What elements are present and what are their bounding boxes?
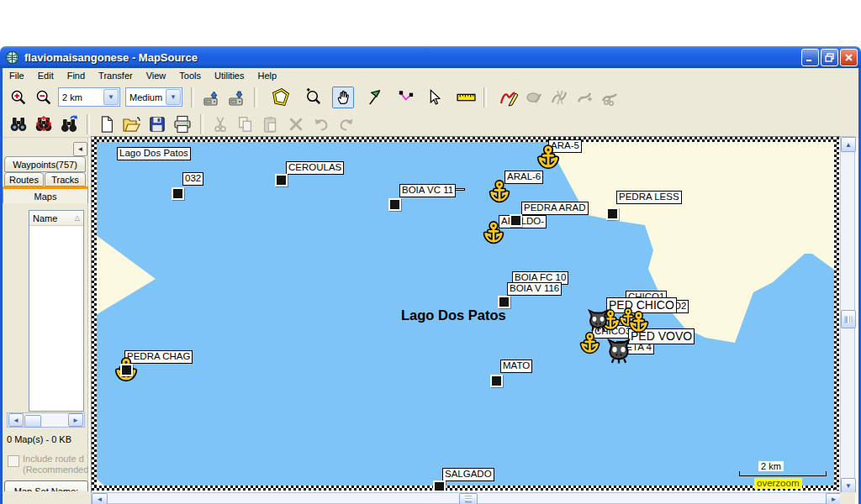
send-to-device-button[interactable] [200, 87, 222, 108]
restore-button[interactable] [821, 49, 838, 66]
cut-button[interactable] [209, 113, 231, 135]
scroll-right-icon[interactable]: ► [68, 413, 83, 427]
receive-from-device-button[interactable] [225, 87, 247, 108]
zoom-in-button[interactable] [8, 87, 29, 108]
draw-track-button[interactable] [498, 87, 520, 108]
dropdown-arrow-icon[interactable]: ▼ [166, 89, 181, 105]
close-button[interactable] [840, 49, 858, 66]
waypoint-marker-araldo[interactable] [510, 214, 522, 227]
waypoint-marker-pedra-chag[interactable] [120, 364, 133, 376]
track-tool-4-button[interactable] [573, 87, 595, 108]
waypoint-marker-pedra-less[interactable] [606, 207, 619, 220]
hscrollbar-thumb[interactable] [459, 493, 478, 504]
waypoint-marker-salgado[interactable] [433, 480, 446, 491]
list-header-name[interactable]: Name △ [29, 211, 83, 226]
zoom-scale-combo[interactable]: 2 km ▼ [58, 87, 120, 107]
waypoint-label-lago-dos-patos-box[interactable]: Lago Dos Patos [117, 147, 191, 160]
zoom-tool-button[interactable] [302, 87, 324, 108]
map-select-tool-button[interactable] [270, 87, 292, 108]
waypoint-marker-boia-vc-11[interactable] [388, 198, 401, 211]
toolbar-main: 2 km ▼ Medium ▼ [3, 83, 858, 111]
waypoint-label-pedra-less[interactable]: PEDRA LESS [616, 191, 682, 204]
scrollbar-corner [840, 492, 855, 504]
waypoint-marker-ceroulas[interactable] [275, 174, 288, 186]
track-tool-5-button[interactable] [599, 87, 621, 108]
tab-tracks[interactable]: Tracks [45, 172, 86, 186]
find-next-button[interactable] [58, 113, 80, 135]
tab-waypoints[interactable]: Waypoints(757) [4, 156, 86, 172]
waypoint-tool-button[interactable] [364, 87, 386, 108]
save-button[interactable] [146, 113, 168, 135]
scrollbar-thumb[interactable] [24, 415, 41, 428]
menu-help[interactable]: Help [251, 69, 283, 82]
new-icon [98, 115, 116, 134]
hand-tool-button[interactable] [332, 87, 354, 108]
measure-tool-button[interactable] [455, 87, 477, 108]
tab-maps[interactable]: Maps [3, 186, 88, 203]
hand-tool-icon [334, 88, 352, 107]
track-tool-3-button[interactable] [548, 87, 570, 108]
waypoint-label-araldo[interactable]: ARALDO- [499, 215, 547, 228]
waypoint-label-ceroulas[interactable]: CEROULAS [286, 161, 344, 175]
delete-icon [288, 116, 304, 133]
waypoint-label-boia-v-116[interactable]: BOIA V 116 [507, 282, 562, 296]
map-viewport[interactable]: Lago Dos Patos 2 km overzoom Lago Dos Pa… [91, 136, 842, 493]
vscrollbar-thumb[interactable] [841, 310, 856, 328]
include-route-checkbox[interactable] [8, 455, 19, 467]
anchor-icon-ara-5[interactable] [536, 144, 561, 171]
scroll-left-icon[interactable]: ◄ [8, 413, 24, 427]
waypoint-marker-032[interactable] [172, 187, 184, 200]
menu-utilities[interactable]: Utilities [208, 69, 251, 82]
minimize-button[interactable] [801, 49, 819, 66]
collapse-panel-button[interactable]: ◄ [73, 142, 87, 156]
anchor-icon-chico-c[interactable] [627, 311, 650, 335]
zoom-out-button[interactable] [33, 87, 55, 108]
map-vertical-scrollbar[interactable]: ▲ ▼ [840, 136, 855, 492]
waypoint-marker-mato[interactable] [490, 375, 503, 387]
map-horizontal-scrollbar[interactable]: ◄ ► [91, 492, 841, 504]
waypoint-label-boia-vc-11[interactable]: BOIA VC 11 [399, 184, 456, 197]
waypoint-marker-boia-v-116[interactable] [498, 296, 510, 308]
menu-find[interactable]: Find [61, 69, 92, 82]
delete-button[interactable] [285, 113, 307, 135]
new-button[interactable] [96, 113, 118, 135]
open-button[interactable] [121, 113, 143, 135]
redo-button[interactable] [335, 113, 357, 135]
zoom-tool-icon [304, 87, 323, 107]
maps-list-hscrollbar[interactable]: ◄ ► [7, 412, 85, 428]
menu-transfer[interactable]: Transfer [92, 69, 140, 82]
skull-icon-chico-skull-1[interactable] [587, 309, 610, 333]
anchor-icon-araldo[interactable] [482, 221, 505, 246]
find-nearest-button[interactable] [33, 113, 55, 135]
map-canvas[interactable]: Lago Dos Patos 2 km overzoom Lago Dos Pa… [92, 137, 839, 491]
undo-button[interactable] [310, 113, 332, 135]
toolbar-file [3, 111, 858, 138]
anchor-icon-aral-6[interactable] [488, 180, 511, 205]
waypoint-label-mato[interactable]: MATO [500, 360, 532, 373]
menu-view[interactable]: View [140, 69, 173, 82]
print-icon [172, 114, 193, 134]
scroll-up-icon[interactable]: ▲ [841, 137, 856, 152]
detail-level-combo[interactable]: Medium ▼ [125, 87, 182, 107]
dropdown-arrow-icon[interactable]: ▼ [103, 89, 119, 105]
track-tool-2-button[interactable] [523, 87, 545, 108]
scroll-left-icon[interactable]: ◄ [92, 493, 108, 504]
copy-button[interactable] [235, 113, 256, 135]
scroll-down-icon[interactable]: ▼ [841, 478, 856, 493]
find-button[interactable] [8, 113, 29, 135]
track-tool-3-icon [549, 87, 569, 108]
menu-bar: FileEditFindTransferViewToolsUtilitiesHe… [3, 68, 858, 84]
waypoint-label-032[interactable]: 032 [182, 172, 203, 186]
menu-tools[interactable]: Tools [172, 69, 208, 82]
skull-icon-chico-skull-2[interactable] [606, 339, 631, 365]
paste-button[interactable] [260, 113, 282, 135]
waypoint-label-pedra-arad[interactable]: PEDRA ARAD [521, 202, 589, 215]
menu-file[interactable]: File [3, 69, 31, 82]
selection-tool-button[interactable] [423, 87, 445, 108]
print-button[interactable] [172, 113, 193, 135]
menu-edit[interactable]: Edit [31, 69, 61, 82]
route-tool-button[interactable] [394, 87, 416, 108]
anchor-icon-chico-d[interactable] [578, 332, 601, 356]
waypoint-label-salgado[interactable]: SALGADO [442, 468, 494, 481]
tab-routes[interactable]: Routes [4, 172, 44, 186]
